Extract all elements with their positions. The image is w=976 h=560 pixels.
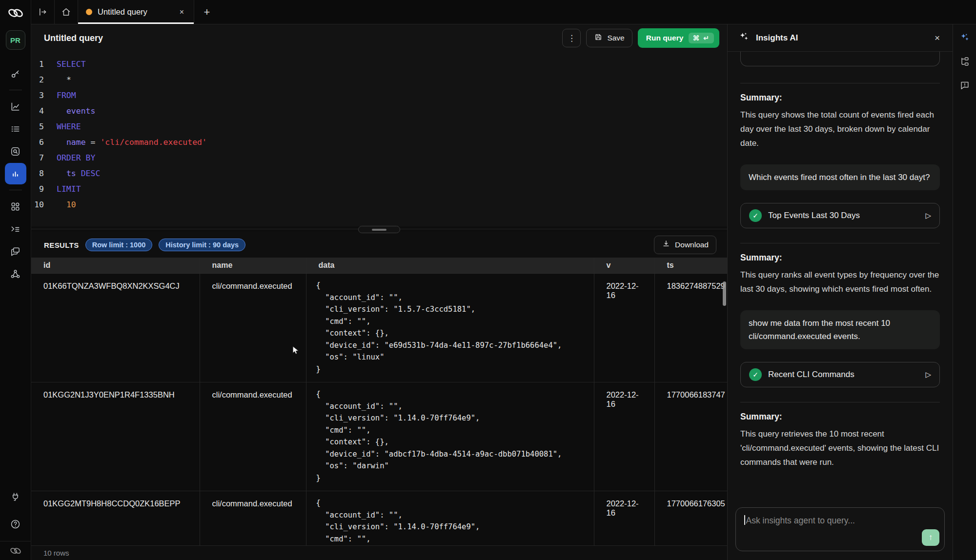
user-message: Which events fired most often in the las…: [740, 164, 940, 190]
brand-logo-icon: [7, 7, 24, 20]
more-options-button[interactable]: ⋮: [562, 29, 581, 47]
sql-editor[interactable]: 1SELECT2 *3FROM4 events5WHERE6 name = 'c…: [31, 52, 727, 226]
plug-icon: [10, 491, 21, 502]
code-text: ORDER BY: [57, 150, 95, 166]
scrolled-card-remnant: [740, 52, 940, 66]
close-panel-icon[interactable]: ×: [933, 32, 942, 44]
cell-name: cli/command.executed: [200, 382, 306, 491]
open-panel-icon[interactable]: [31, 0, 55, 24]
query-run-card[interactable]: ✓Top Events Last 30 Days▷: [740, 203, 940, 228]
run-shortcut-badge: ⌘ ↵: [689, 33, 714, 43]
play-icon[interactable]: ▷: [925, 211, 931, 220]
column-header-id[interactable]: id: [31, 258, 200, 274]
sidebar-item-search[interactable]: [5, 140, 26, 162]
sidebar-item-plug[interactable]: [5, 486, 26, 507]
sidebar-item-bar-chart[interactable]: [5, 163, 26, 184]
column-header-v[interactable]: v: [594, 258, 654, 274]
insights-ai-panel: Insights AI × Summary:This query shows t…: [727, 24, 953, 560]
code-line: 2 *: [31, 72, 727, 88]
page-title: Untitled query: [44, 33, 103, 43]
table-header-row: idnamedatavts: [31, 258, 727, 274]
chat-icon: [10, 246, 21, 257]
apps-icon: [10, 201, 21, 212]
tab-bar: Untitled query × +: [31, 0, 976, 24]
table-row[interactable]: 01KGG2MT9H8H8CCDQ0ZK16BEPPcli/command.ex…: [31, 491, 727, 546]
table-row[interactable]: 01KGG2N1J3Y0ENP1R4F1335BNHcli/command.ex…: [31, 382, 727, 491]
cell-data: { "account_id": "", "cli_version": "1.14…: [306, 491, 594, 546]
code-text: 10: [57, 197, 76, 213]
row-count-status: 10 rows: [31, 545, 727, 560]
divider: [740, 402, 940, 402]
insights-title: Insights AI: [756, 33, 798, 43]
sidebar-item-line-chart[interactable]: [5, 96, 26, 117]
insights-header: Insights AI ×: [728, 24, 953, 52]
results-label: RESULTS: [44, 241, 79, 249]
run-query-button[interactable]: Run query ⌘ ↵: [638, 28, 719, 48]
new-tab-button[interactable]: +: [194, 0, 220, 24]
code-line: 1SELECT: [31, 57, 727, 72]
bar-chart-icon: [10, 168, 21, 180]
divider: [9, 90, 22, 90]
tab-close-icon[interactable]: ×: [178, 7, 186, 18]
table-scrollbar[interactable]: [723, 281, 726, 306]
code-text: WHERE: [57, 119, 81, 135]
column-header-data[interactable]: data: [306, 258, 594, 274]
divider: [740, 83, 940, 83]
column-header-name[interactable]: name: [200, 258, 306, 274]
cell-id: 01K66TQNZA3WFBQ8XN2KXSG4CJ: [31, 274, 200, 382]
sidebar-item-key[interactable]: [5, 63, 26, 84]
sidebar-item-apps[interactable]: [5, 196, 26, 217]
play-icon[interactable]: ▷: [925, 370, 931, 379]
line-chart-icon: [10, 101, 21, 112]
cell-ts: 1770066176305: [654, 491, 727, 546]
sidebar-item-terminal[interactable]: [5, 218, 26, 240]
unsaved-dot-icon: [86, 9, 92, 15]
sidebar-item-logs[interactable]: [5, 118, 26, 140]
summary-heading: Summary:: [740, 412, 940, 422]
query-run-card[interactable]: ✓Recent CLI Commands▷: [740, 362, 940, 387]
code-line: 8 ts DESC: [31, 166, 727, 181]
run-card-label: Recent CLI Commands: [768, 370, 854, 380]
cell-data: { "account_id": "", "cli_version": "1.14…: [306, 382, 594, 491]
save-button[interactable]: Save: [586, 29, 632, 47]
limit-badge[interactable]: History limit : 90 days: [159, 239, 245, 251]
user-message: show me data from the most recent 10 cli…: [740, 310, 940, 349]
send-button[interactable]: ↑: [922, 529, 939, 546]
code-text: FROM: [57, 88, 76, 103]
splitter-handle[interactable]: [358, 226, 400, 233]
divider: [740, 243, 940, 243]
column-header-ts[interactable]: ts: [654, 258, 727, 274]
tab-untitled-query[interactable]: Untitled query ×: [78, 0, 194, 24]
line-number: 1: [31, 57, 57, 72]
download-button[interactable]: Download: [654, 236, 716, 254]
text-caret: [744, 515, 745, 525]
tree-icon: [959, 56, 970, 67]
cell-ts: 1836274887529: [654, 274, 727, 382]
panel-tab-tree[interactable]: [959, 56, 970, 67]
line-number: 5: [31, 119, 57, 135]
feedback-icon: [959, 80, 970, 91]
avatar[interactable]: PR: [6, 30, 25, 50]
sidebar-item-chat[interactable]: [5, 240, 26, 262]
table-row[interactable]: 01K66TQNZA3WFBQ8XN2KXSG4CJcli/command.ex…: [31, 274, 727, 382]
search-icon: [10, 146, 21, 157]
divider: [9, 190, 22, 190]
line-number: 7: [31, 150, 57, 166]
summary-block: Summary:This query ranks all event types…: [740, 253, 940, 296]
tab-title: Untitled query: [98, 7, 147, 17]
code-line: 6 name = 'cli/command.executed': [31, 135, 727, 150]
key-icon: [10, 68, 21, 80]
sidebar-item-flow[interactable]: [5, 263, 26, 284]
left-sidebar: PR: [0, 0, 31, 560]
panel-tab-sparkles[interactable]: [959, 32, 970, 43]
insights-prompt-input[interactable]: Ask insights agent to query... ↑: [735, 507, 945, 551]
panel-tab-feedback[interactable]: [959, 80, 970, 91]
sidebar-item-help[interactable]: [5, 513, 26, 535]
home-icon[interactable]: [55, 0, 78, 24]
code-text: *: [57, 72, 71, 88]
download-icon: [662, 240, 671, 250]
summary-text: This query retrieves the 10 most recent …: [740, 427, 940, 469]
limit-badge[interactable]: Row limit : 1000: [85, 239, 153, 251]
cell-id: 01KGG2N1J3Y0ENP1R4F1335BNH: [31, 382, 200, 491]
code-text: SELECT: [57, 57, 86, 72]
